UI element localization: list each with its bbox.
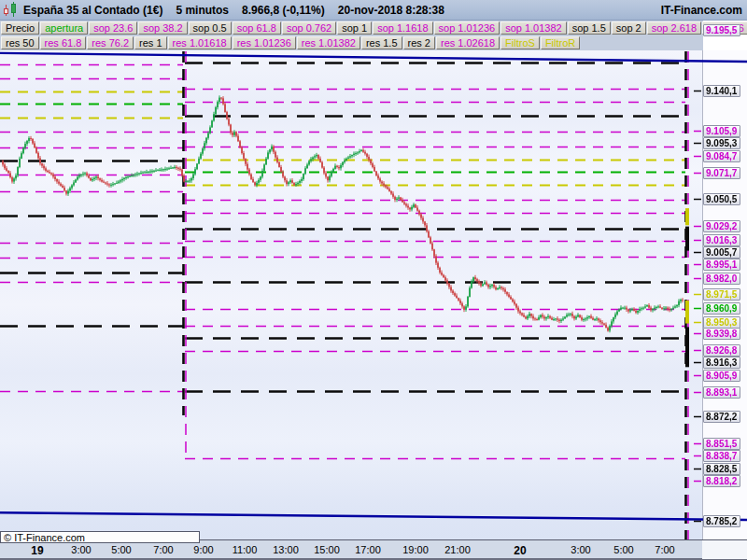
indicator-toolbar-row1: Precioaperturasop 23.6sop 38.2sop 0.5sop… (0, 21, 703, 35)
price-axis-label: 8.785,2 (703, 515, 740, 527)
time-axis-label: 3:00 (571, 544, 590, 555)
time-axis-label: 7:00 (153, 544, 173, 555)
time-axis-label: 13:00 (273, 544, 299, 555)
indicator-button-precio[interactable]: Precio (1, 21, 39, 35)
time-axis-corner (702, 540, 747, 559)
instrument-title: España 35 al Contado (1€) (23, 4, 162, 17)
timeframe-label: 5 minutos (176, 4, 229, 17)
price-axis-label: 9.195,5 (703, 24, 740, 36)
indicator-button-res-61-8[interactable]: res 61.8 (40, 36, 87, 49)
indicator-button-sop-2-618[interactable]: sop 2.618 (647, 21, 701, 35)
price-axis-label: 8.982,0 (703, 273, 740, 285)
time-axis-label: 9:00 (193, 544, 213, 555)
trading-platform-window: España 35 al Contado (1€) 5 minutos 8.96… (0, 0, 747, 560)
indicator-button-res-1[interactable]: res 1 (134, 36, 166, 49)
indicator-button-res-2[interactable]: res 2 (403, 36, 435, 49)
indicator-button-sop-1-01236[interactable]: sop 1.01236 (434, 21, 500, 35)
price-axis-label: 9.105,9 (703, 125, 740, 137)
indicator-button-sop-0-762[interactable]: sop 0.762 (282, 21, 336, 35)
indicator-button-res-1-5[interactable]: res 1.5 (361, 36, 402, 49)
time-axis-label: 15:00 (314, 544, 340, 555)
indicator-button-filtros[interactable]: FiltroS (500, 36, 540, 49)
price-axis-label: 9.016,3 (703, 234, 740, 246)
time-axis-label: 5:00 (613, 544, 633, 555)
time-axis-label: 19:00 (402, 544, 429, 555)
price-axis-label: 8.960,9 (703, 302, 740, 315)
indicator-button-sop-0-5[interactable]: sop 0.5 (189, 21, 232, 35)
price-axis-label: 8.818,2 (703, 475, 740, 487)
indicator-button-sop-1-5[interactable]: sop 1.5 (568, 21, 611, 35)
indicator-button-res-50[interactable]: res 50 (1, 36, 39, 49)
indicator-button-res-1-01236[interactable]: res 1.01236 (233, 36, 296, 49)
time-axis-label: 19 (31, 544, 43, 557)
price-axis-label: 9.005,7 (703, 246, 740, 259)
time-axis-label: 7:00 (655, 544, 674, 555)
last-quote: 8.966,8 (-0,11%) (242, 4, 325, 17)
indicator-button-sop-38-2[interactable]: sop 38.2 (138, 21, 187, 35)
time-axis-label: 5:00 (111, 544, 131, 555)
time-axis-label: 17:00 (355, 544, 381, 555)
indicator-button-sop-1-1618[interactable]: sop 1.1618 (373, 21, 432, 35)
candlestick-icon (3, 2, 19, 18)
price-axis-label: 8.838,7 (703, 450, 740, 462)
time-axis-label: 3:00 (71, 544, 91, 555)
copyright-label: © IT-Finance.com (0, 531, 200, 543)
price-axis-label: 9.071,7 (703, 167, 740, 179)
quote-datetime: 20-nov-2018 8:28:38 (338, 4, 444, 17)
time-axis-label: 21:00 (444, 544, 471, 555)
indicator-button-res-76-2[interactable]: res 76.2 (87, 36, 134, 49)
time-axis-label: 20 (514, 544, 526, 557)
price-axis-label: 8.893,1 (703, 386, 740, 399)
price-axis-label: 8.995,1 (703, 259, 740, 271)
price-axis-label: 9.084,7 (703, 150, 740, 162)
price-axis-label: 8.916,3 (703, 357, 740, 369)
title-bar: España 35 al Contado (1€) 5 minutos 8.96… (0, 0, 747, 21)
indicator-button-sop-2[interactable]: sop 2 (612, 21, 646, 35)
indicator-button-res-1-01618[interactable]: res 1.01618 (168, 36, 232, 49)
indicator-button-sop-1[interactable]: sop 1 (337, 21, 372, 35)
indicator-button-sop-61-8[interactable]: sop 61.8 (233, 21, 281, 35)
price-axis-label: 8.851,5 (703, 438, 740, 450)
price-axis-label: 9.095,3 (703, 137, 740, 149)
indicator-toolbar-row2: res 50res 61.8res 76.2res 1res 1.01618re… (0, 35, 703, 50)
price-axis-label: 8.971,5 (703, 288, 740, 301)
price-axis-label: 8.872,2 (703, 411, 740, 423)
indicator-button-res-1-01382[interactable]: res 1.01382 (297, 36, 360, 49)
price-chart[interactable] (0, 50, 747, 539)
price-axis-label: 8.828,5 (703, 463, 740, 475)
price-axis-label: 9.050,5 (703, 193, 740, 205)
indicator-button-res-1-02618[interactable]: res 1.02618 (436, 36, 500, 49)
price-axis-label: 9.140,1 (703, 85, 740, 97)
price-axis-label: 8.926,8 (703, 344, 740, 357)
brand-label: IT-Finance.com (661, 4, 742, 17)
indicator-button-apertura[interactable]: apertura (40, 21, 88, 35)
price-axis-label: 9.029,2 (703, 220, 740, 232)
price-axis-label: 8.939,8 (703, 328, 740, 340)
time-axis-label: 11:00 (233, 544, 258, 555)
indicator-button-sop-1-01382[interactable]: sop 1.01382 (500, 21, 567, 35)
indicator-button-filtror[interactable]: FiltroR (541, 36, 580, 49)
price-axis-label: 8.905,9 (703, 370, 740, 382)
indicator-button-sop-23-6[interactable]: sop 23.6 (89, 21, 137, 35)
